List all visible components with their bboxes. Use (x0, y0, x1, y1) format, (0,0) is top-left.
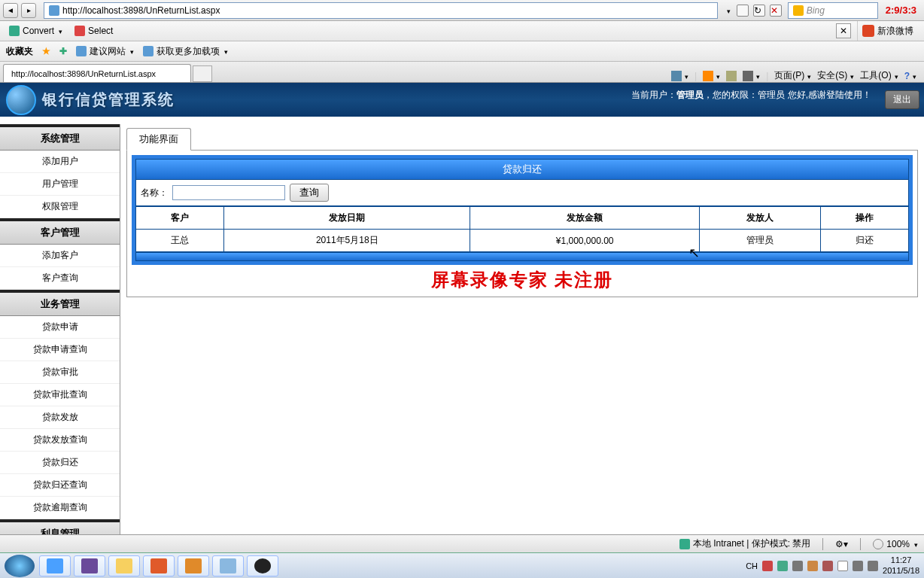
url-text: http://localhost:3898/UnReturnList.aspx (62, 5, 220, 16)
favorites-bar: 收藏夹 ★ ✚ 建议网站 获取更多加载项 (0, 41, 924, 62)
volume-icon[interactable] (868, 561, 878, 571)
forward-button[interactable]: ▸ (21, 3, 36, 18)
table-row: 王总 2011年5月18日 ¥1,000,000.00 管理员 归还 (136, 230, 909, 252)
select-button[interactable]: Select (71, 24, 116, 38)
tray-icon[interactable] (822, 561, 833, 571)
search-box[interactable]: Bing (788, 2, 878, 19)
fav-suggested-sites[interactable]: 建议网站 (76, 45, 134, 58)
sidebar-item-loan-approve-query[interactable]: 贷款审批查询 (0, 384, 120, 406)
task-app2[interactable] (178, 555, 209, 576)
feeds-button[interactable] (703, 71, 720, 81)
convert-button[interactable]: Convert (6, 24, 65, 38)
panel-footer-strip (135, 252, 909, 261)
flag-icon[interactable] (837, 561, 848, 571)
content-tab[interactable]: 功能界面 (126, 128, 191, 151)
zoom-icon (873, 539, 883, 549)
address-bar: ◄ ▸ http://localhost:3898/UnReturnList.a… (0, 0, 924, 21)
convert-label: Convert (23, 26, 54, 36)
sidebar-item-customer-query[interactable]: 客户查询 (0, 267, 120, 290)
query-button[interactable]: 查询 (290, 184, 329, 202)
network-icon[interactable] (853, 561, 863, 571)
cell-issuer: 管理员 (700, 230, 820, 252)
ime-indicator[interactable]: CH (746, 561, 758, 570)
globe-icon (679, 539, 690, 549)
zoom-control[interactable]: 100% (873, 539, 918, 549)
cell-customer: 王总 (136, 230, 224, 252)
sidebar-item-loan-approve[interactable]: 贷款审批 (0, 361, 120, 384)
sidebar-item-loan-apply-query[interactable]: 贷款申请查询 (0, 339, 120, 361)
sidebar-item-loan-issue-query[interactable]: 贷款发放查询 (0, 429, 120, 452)
weibo-icon (862, 25, 874, 37)
task-ie[interactable] (39, 555, 71, 576)
toolbar-close-button[interactable]: ✕ (836, 23, 851, 38)
sidebar-group-business[interactable]: 业务管理 (0, 293, 120, 316)
cell-amount: ¥1,000,000.00 (470, 230, 700, 252)
favorites-label: 收藏夹 (6, 45, 33, 58)
app-header: 银行信贷管理系统 当前用户：管理员，您的权限：管理员 您好,感谢登陆使用！ 退出 (0, 83, 924, 117)
back-button[interactable]: ◄ (3, 3, 18, 18)
sidebar-item-add-customer[interactable]: 添加客户 (0, 245, 120, 267)
loan-return-panel: 贷款归还 名称： 查询 客户 发放日期 发放金额 发放人 操作 (132, 155, 913, 265)
refresh-icon[interactable]: ↻ (753, 5, 765, 17)
task-notepad[interactable] (212, 555, 244, 576)
stop-icon[interactable]: ✕ (770, 5, 782, 17)
start-button[interactable] (5, 555, 35, 577)
weibo-button[interactable]: 新浪微博 (857, 21, 918, 41)
search-row: 名称： 查询 (135, 180, 909, 206)
user-status: 当前用户：管理员，您的权限：管理员 您好,感谢登陆使用！ (631, 89, 871, 102)
home-button[interactable] (671, 71, 688, 81)
tab-title: http://localhost:3898/UnReturnList.aspx (11, 69, 156, 78)
task-explorer[interactable] (108, 555, 140, 576)
help-button[interactable]: ? (904, 71, 916, 81)
sidebar-group-customer[interactable]: 客户管理 (0, 221, 120, 245)
system-tray: CH 11:27 2011/5/18 (741, 555, 924, 575)
add-favorite-icon[interactable]: ✚ (59, 46, 67, 56)
sidebar-item-perm-manage[interactable]: 权限管理 (0, 196, 120, 218)
url-field[interactable]: http://localhost:3898/UnReturnList.aspx (44, 2, 718, 19)
exit-button[interactable]: 退出 (885, 90, 919, 109)
task-desktop[interactable] (74, 555, 105, 576)
bing-icon (793, 5, 804, 16)
sidebar-group-system[interactable]: 系统管理 (0, 127, 120, 151)
taskbar: CH 11:27 2011/5/18 (0, 552, 924, 578)
compat-icon[interactable] (737, 5, 749, 17)
sidebar-item-add-user[interactable]: 添加用户 (0, 151, 120, 173)
search-engine-label: Bing (807, 5, 825, 16)
tray-icon[interactable] (807, 561, 818, 571)
sidebar-item-loan-overdue-query[interactable]: 贷款逾期查询 (0, 497, 120, 519)
clock[interactable]: 11:27 2011/5/18 (883, 555, 919, 575)
weibo-label: 新浪微博 (877, 25, 913, 38)
tab-strip: http://localhost:3898/UnReturnList.aspx … (0, 62, 924, 83)
safety-menu[interactable]: 安全(S) (817, 69, 854, 82)
watermark-text: 屏幕录像专家 未注册 (132, 268, 913, 292)
sidebar-item-loan-return[interactable]: 贷款归还 (0, 452, 120, 474)
name-input[interactable] (172, 185, 285, 200)
cell-date: 2011年5月18日 (224, 230, 470, 252)
page-menu[interactable]: 页面(P) (774, 69, 811, 82)
clock-badge: 2:9/3:3 (881, 5, 921, 16)
new-tab-button[interactable] (193, 65, 212, 82)
cell-action[interactable]: 归还 (820, 230, 909, 252)
search-label: 名称： (141, 187, 168, 199)
sidebar-item-loan-return-query[interactable]: 贷款归还查询 (0, 474, 120, 497)
print-button[interactable] (743, 71, 760, 81)
tools-menu[interactable]: 工具(O) (860, 69, 898, 82)
sidebar-item-user-manage[interactable]: 用户管理 (0, 173, 120, 196)
fav-get-addons[interactable]: 获取更多加载项 (143, 45, 228, 58)
mail-button[interactable] (726, 71, 737, 81)
tray-icon[interactable] (777, 561, 788, 571)
task-qq[interactable] (247, 555, 278, 576)
task-app1[interactable] (143, 555, 175, 576)
sidebar-item-loan-apply[interactable]: 贷款申请 (0, 316, 120, 339)
tray-icon[interactable] (792, 561, 803, 571)
convert-icon (9, 26, 20, 36)
ie-page-icon (143, 46, 153, 56)
th-issuer: 发放人 (700, 207, 820, 230)
page-tab[interactable]: http://localhost:3898/UnReturnList.aspx (3, 64, 191, 82)
th-amount: 发放金额 (470, 207, 700, 230)
tray-icon[interactable] (762, 561, 773, 571)
select-icon (74, 26, 85, 36)
protected-mode-icon[interactable]: ⚙▾ (835, 539, 848, 549)
sidebar-item-loan-issue[interactable]: 贷款发放 (0, 406, 120, 429)
url-dropdown-icon[interactable] (725, 5, 731, 16)
